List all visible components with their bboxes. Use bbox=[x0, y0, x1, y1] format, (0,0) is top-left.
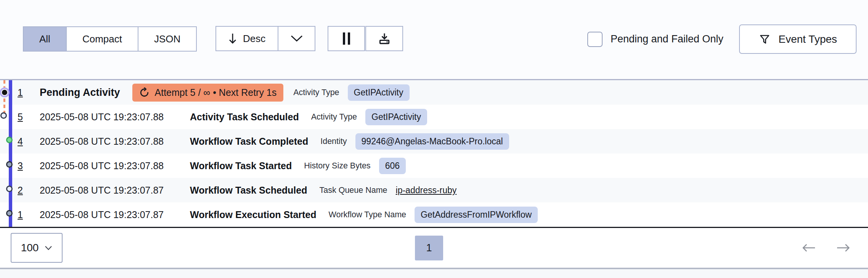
event-attr-value: GetAddressFromIPWorkflow bbox=[415, 207, 538, 223]
footer-strip bbox=[0, 269, 868, 278]
download-icon bbox=[378, 32, 391, 45]
event-id-link[interactable]: 5 bbox=[18, 112, 31, 123]
page-size-select[interactable]: 100 bbox=[11, 233, 63, 263]
event-row[interactable]: 2 2025-05-08 UTC 19:23:07.87 Workflow Ta… bbox=[0, 178, 868, 202]
event-attr-label: Activity Type bbox=[311, 112, 357, 122]
event-name: Workflow Task Completed bbox=[190, 136, 308, 147]
sort-options-button[interactable] bbox=[278, 27, 315, 50]
pending-failed-checkbox-label: Pending and Failed Only bbox=[611, 26, 723, 52]
view-toggle-compact[interactable]: Compact bbox=[66, 27, 138, 51]
pending-failed-checkbox[interactable] bbox=[587, 32, 603, 47]
pagination-bar: 100 1 bbox=[0, 228, 868, 268]
arrow-left-icon bbox=[800, 242, 817, 253]
chevron-down-icon bbox=[290, 35, 303, 42]
pending-retry-dashed-line bbox=[3, 80, 5, 117]
event-attr-value: 99246@Angelas-MacBook-Pro.local bbox=[355, 133, 509, 150]
sort-order-button[interactable]: Desc bbox=[216, 27, 278, 50]
event-status-dot bbox=[6, 210, 13, 217]
event-status-dot bbox=[6, 137, 13, 143]
arrow-down-icon bbox=[228, 33, 237, 44]
event-name: Pending Activity bbox=[40, 87, 120, 99]
view-toggle-json[interactable]: JSON bbox=[138, 27, 196, 51]
event-history-table: 1 Pending Activity Attempt 5 / ∞ • Next … bbox=[0, 79, 868, 228]
event-attr-value: GetIPActivity bbox=[348, 84, 410, 101]
event-attr-value[interactable]: ip-address-ruby bbox=[396, 185, 457, 196]
event-status-dot bbox=[6, 186, 13, 192]
sort-order-label: Desc bbox=[243, 33, 265, 45]
event-status-dot bbox=[1, 89, 8, 96]
prev-page-button[interactable] bbox=[799, 240, 818, 255]
timeline-rail bbox=[9, 80, 12, 227]
event-id-link[interactable]: 3 bbox=[18, 160, 31, 171]
retry-badge: Attempt 5 / ∞ • Next Retry 1s bbox=[132, 84, 284, 102]
view-mode-toggle: All Compact JSON bbox=[23, 26, 197, 52]
event-row[interactable]: 1 Pending Activity Attempt 5 / ∞ • Next … bbox=[0, 80, 868, 105]
event-types-filter-button[interactable]: Event Types bbox=[739, 24, 857, 54]
event-timestamp: 2025-05-08 UTC 19:23:07.88 bbox=[40, 160, 190, 171]
retry-badge-text: Attempt 5 / ∞ • Next Retry 1s bbox=[155, 87, 277, 98]
event-row[interactable]: 1 2025-05-08 UTC 19:23:07.87 Workflow Ex… bbox=[0, 202, 868, 227]
event-status-dot bbox=[6, 161, 13, 168]
arrow-right-icon bbox=[836, 242, 852, 253]
funnel-icon bbox=[759, 33, 771, 45]
page-number-button[interactable]: 1 bbox=[415, 236, 443, 260]
event-id-link[interactable]: 1 bbox=[18, 87, 31, 98]
retry-icon bbox=[139, 87, 149, 98]
event-attr-label: Workflow Type Name bbox=[329, 210, 407, 220]
event-name: Workflow Execution Started bbox=[190, 209, 317, 220]
sort-split-button: Desc bbox=[215, 26, 315, 51]
event-name: Workflow Task Scheduled bbox=[190, 185, 307, 196]
event-name: Activity Task Scheduled bbox=[190, 112, 299, 123]
event-attr-value: GetIPActivity bbox=[365, 109, 427, 125]
event-types-label: Event Types bbox=[778, 33, 837, 45]
next-page-button[interactable] bbox=[834, 240, 854, 255]
event-timestamp: 2025-05-08 UTC 19:23:07.88 bbox=[40, 112, 190, 123]
event-row[interactable]: 4 2025-05-08 UTC 19:23:07.88 Workflow Ta… bbox=[0, 129, 868, 154]
event-id-link[interactable]: 1 bbox=[18, 209, 31, 220]
event-status-dot bbox=[0, 112, 7, 119]
event-timestamp: 2025-05-08 UTC 19:23:07.87 bbox=[40, 185, 190, 196]
event-timestamp: 2025-05-08 UTC 19:23:07.87 bbox=[40, 209, 190, 220]
event-name: Workflow Task Started bbox=[190, 160, 292, 171]
pause-autorefresh-button[interactable] bbox=[328, 26, 365, 51]
event-row[interactable]: 3 2025-05-08 UTC 19:23:07.88 Workflow Ta… bbox=[0, 154, 868, 178]
event-timestamp: 2025-05-08 UTC 19:23:07.88 bbox=[40, 136, 190, 147]
event-attr-label: Activity Type bbox=[293, 88, 339, 97]
event-attr-value: 606 bbox=[379, 158, 406, 174]
pause-icon bbox=[343, 32, 350, 45]
download-history-button[interactable] bbox=[365, 26, 403, 51]
page-size-value: 100 bbox=[21, 242, 39, 254]
event-attr-label: Task Queue Name bbox=[319, 186, 387, 195]
view-toggle-all[interactable]: All bbox=[24, 27, 66, 51]
event-attr-label: Identity bbox=[320, 137, 347, 146]
event-id-link[interactable]: 2 bbox=[18, 185, 31, 196]
chevron-down-icon bbox=[45, 246, 52, 251]
event-attr-label: History Size Bytes bbox=[304, 161, 370, 171]
event-id-link[interactable]: 4 bbox=[18, 136, 31, 147]
event-row[interactable]: 5 2025-05-08 UTC 19:23:07.88 Activity Ta… bbox=[0, 105, 868, 129]
